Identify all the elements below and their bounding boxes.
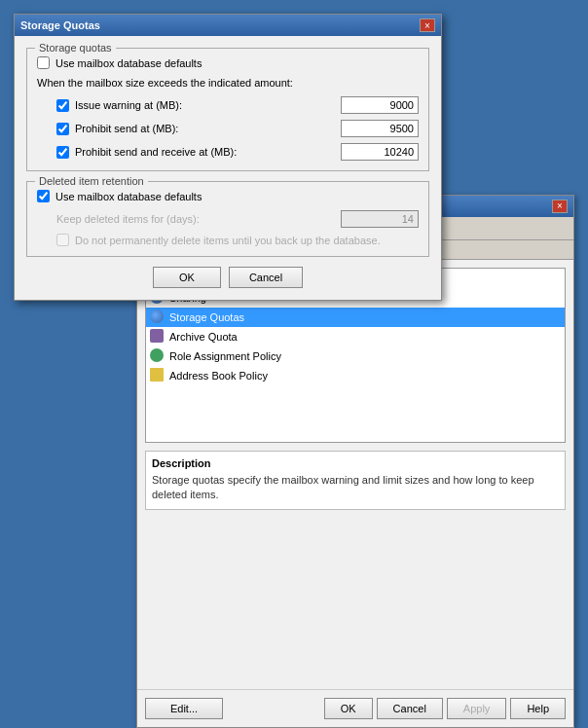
list-item-archive-quota-label: Archive Quota xyxy=(169,331,238,343)
mailbox-settings-close-button[interactable]: × xyxy=(552,200,568,213)
keep-deleted-row: Keep deleted items for (days): xyxy=(37,210,419,228)
bg-dialog-help-button[interactable]: Help xyxy=(510,698,566,719)
book-icon xyxy=(150,368,164,382)
storage-quotas-buttons: OK Cancel xyxy=(26,267,429,288)
no-delete-label: Do not permanently delete items until yo… xyxy=(75,235,381,246)
prohibit-send-receive-checkbox[interactable] xyxy=(56,146,69,159)
description-text: Storage quotas specify the mailbox warni… xyxy=(152,473,559,503)
no-delete-checkbox xyxy=(56,234,69,246)
deleted-use-defaults-row: Use mailbox database defaults xyxy=(37,190,419,202)
issue-warning-row: Issue warning at (MB): xyxy=(37,96,419,114)
bg-dialog-ok-button[interactable]: OK xyxy=(324,698,373,719)
use-defaults-label: Use mailbox database defaults xyxy=(55,57,202,69)
storage-quotas-ok-button[interactable]: OK xyxy=(153,267,221,288)
storage-quotas-titlebar: Storage Quotas × xyxy=(15,15,441,36)
list-item-role-assignment-label: Role Assignment Policy xyxy=(169,350,281,362)
storage-quotas-body: Storage quotas Use mailbox database defa… xyxy=(15,36,441,300)
deleted-use-defaults-checkbox[interactable] xyxy=(37,190,50,202)
list-item-storage-quotas-label: Storage Quotas xyxy=(169,311,244,323)
bg-dialog-apply-button[interactable]: Apply xyxy=(447,698,507,719)
storage-quotas-title: Storage Quotas xyxy=(20,19,100,31)
prohibit-send-checkbox[interactable] xyxy=(56,123,69,135)
archive-icon xyxy=(150,329,164,343)
prohibit-send-input[interactable] xyxy=(341,120,419,137)
list-item-address-book[interactable]: Address Book Policy xyxy=(146,366,565,385)
deleted-item-retention-group: Deleted item retention Use mailbox datab… xyxy=(26,181,429,257)
list-item-address-book-label: Address Book Policy xyxy=(169,370,268,382)
storage-quotas-dialog: Storage Quotas × Storage quotas Use mail… xyxy=(14,14,442,301)
storage-quotas-close-button[interactable]: × xyxy=(420,18,435,32)
when-label: When the mailbox size exceeds the indica… xyxy=(37,77,419,89)
use-defaults-row: Use mailbox database defaults xyxy=(37,56,419,69)
description-section: Description Storage quotas specify the m… xyxy=(145,451,566,510)
keep-deleted-label: Keep deleted items for (days): xyxy=(56,213,341,225)
description-label: Description xyxy=(152,457,559,469)
mailbox-settings-buttons: Edit... OK Cancel Apply Help xyxy=(137,689,573,727)
storage-quotas-group-label: Storage quotas xyxy=(35,42,116,54)
issue-warning-label: Issue warning at (MB): xyxy=(75,99,341,111)
storage-quotas-cancel-button[interactable]: Cancel xyxy=(229,267,303,288)
prohibit-send-label: Prohibit send at (MB): xyxy=(75,123,341,134)
globe-icon-storage xyxy=(150,309,164,323)
prohibit-send-receive-input[interactable] xyxy=(341,143,419,161)
use-defaults-checkbox[interactable] xyxy=(37,56,50,69)
no-delete-row: Do not permanently delete items until yo… xyxy=(37,234,419,246)
issue-warning-checkbox[interactable] xyxy=(56,99,69,112)
list-item-storage-quotas[interactable]: Storage Quotas xyxy=(146,308,565,327)
deleted-use-defaults-label: Use mailbox database defaults xyxy=(55,191,202,202)
deleted-item-group-label: Deleted item retention xyxy=(35,175,148,187)
prohibit-send-receive-row: Prohibit send and receive at (MB): xyxy=(37,143,419,161)
bg-dialog-cancel-button[interactable]: Cancel xyxy=(377,698,443,719)
prohibit-send-receive-label: Prohibit send and receive at (MB): xyxy=(75,146,341,158)
list-item-archive-quota[interactable]: Archive Quota xyxy=(146,327,565,346)
role-icon xyxy=(150,348,164,362)
storage-quotas-group: Storage quotas Use mailbox database defa… xyxy=(26,48,429,171)
prohibit-send-row: Prohibit send at (MB): xyxy=(37,120,419,137)
keep-deleted-input xyxy=(341,210,419,228)
issue-warning-input[interactable] xyxy=(341,96,419,114)
list-item-role-assignment[interactable]: Role Assignment Policy xyxy=(146,346,565,366)
bg-dialog-edit-button[interactable]: Edit... xyxy=(145,698,223,719)
